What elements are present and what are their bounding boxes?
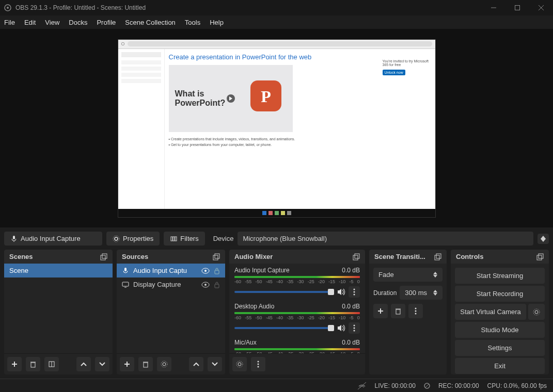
svg-rect-28: [124, 268, 127, 271]
svg-marker-62: [433, 290, 437, 292]
svg-rect-59: [436, 254, 441, 258]
app-logo-icon: [4, 4, 11, 11]
properties-button[interactable]: Properties: [106, 232, 160, 246]
source-up-button[interactable]: [189, 357, 203, 371]
eye-icon[interactable]: [201, 282, 210, 288]
sources-list[interactable]: Audio Input Captu Display Capture: [117, 264, 225, 353]
scene-item[interactable]: Scene: [4, 264, 113, 277]
remove-transition-button[interactable]: [391, 304, 405, 318]
lock-icon[interactable]: [214, 281, 220, 288]
scenes-title: Scenes: [9, 253, 33, 260]
svg-rect-44: [355, 254, 359, 258]
svg-point-51: [354, 328, 355, 329]
svg-point-35: [204, 284, 207, 286]
svg-marker-17: [541, 239, 546, 242]
device-stepper[interactable]: [538, 234, 549, 244]
menu-docks[interactable]: Docks: [69, 19, 87, 26]
mixer-gear-button[interactable]: [232, 357, 247, 371]
speaker-icon[interactable]: [337, 324, 345, 332]
volume-slider[interactable]: [234, 291, 334, 293]
svg-point-70: [415, 313, 417, 315]
source-item[interactable]: Audio Input Captu: [117, 264, 225, 277]
menu-profile[interactable]: Profile: [97, 19, 116, 26]
source-properties-button[interactable]: [157, 357, 171, 371]
svg-point-50: [354, 325, 355, 326]
menu-scene-collection[interactable]: Scene Collection: [125, 19, 176, 26]
svg-point-48: [354, 294, 355, 296]
channel-name: Audio Input Capture: [234, 267, 290, 274]
popout-icon[interactable]: [213, 253, 220, 260]
preview-content: Create a presentation in PowerPoint for …: [118, 39, 436, 218]
scenes-list[interactable]: Scene: [4, 264, 113, 353]
maximize-button[interactable]: [505, 0, 529, 15]
preview-area[interactable]: Create a presentation in PowerPoint for …: [0, 29, 553, 227]
menu-file[interactable]: File: [4, 19, 15, 26]
svg-point-12: [113, 236, 119, 242]
record-icon: [424, 383, 430, 389]
svg-rect-32: [122, 282, 129, 286]
svg-rect-27: [215, 254, 219, 258]
statusbar: LIVE: 00:00:00 REC: 00:00:00 CPU: 0.0%, …: [0, 379, 553, 392]
channel-menu-button[interactable]: [349, 322, 360, 334]
svg-point-73: [535, 311, 538, 314]
add-scene-button[interactable]: [7, 357, 22, 371]
menu-view[interactable]: View: [45, 19, 59, 26]
titlebar: OBS 29.1.3 - Profile: Untitled - Scenes:…: [0, 0, 553, 15]
svg-rect-18: [101, 255, 105, 260]
speaker-icon[interactable]: [337, 288, 345, 296]
menu-edit[interactable]: Edit: [24, 19, 36, 26]
channel-name: Mic/Aux: [234, 339, 257, 346]
exit-button[interactable]: Exit: [455, 358, 545, 374]
svg-point-56: [258, 364, 259, 365]
start-streaming-button[interactable]: Start Streaming: [455, 268, 545, 284]
minimize-button[interactable]: [482, 0, 505, 15]
display-icon: [122, 281, 129, 288]
channel-level: 0.0 dB: [342, 303, 360, 310]
mixer-menu-button[interactable]: [251, 357, 265, 371]
channel-level: 0.0 dB: [342, 339, 360, 346]
preview-side-title: You're invited to try Microsoft 365 for …: [383, 59, 431, 67]
virtual-camera-settings-button[interactable]: [528, 304, 545, 320]
close-button[interactable]: [529, 0, 553, 15]
settings-button[interactable]: Settings: [455, 340, 545, 356]
menu-help[interactable]: Help: [210, 19, 224, 26]
add-transition-button[interactable]: [373, 304, 388, 318]
popout-icon[interactable]: [100, 253, 107, 260]
popout-icon[interactable]: [353, 253, 360, 260]
studio-mode-button[interactable]: Studio Mode: [455, 322, 545, 338]
menu-tools[interactable]: Tools: [185, 19, 200, 26]
mic-icon: [122, 267, 129, 274]
scene-up-button[interactable]: [76, 357, 91, 371]
level-ticks: -60-55-50-45-40-35-30-25-20-15-10-50: [234, 315, 360, 320]
duration-input[interactable]: 300 ms: [400, 286, 443, 300]
svg-rect-9: [13, 236, 15, 239]
start-virtual-camera-button[interactable]: Start Virtual Camera: [455, 304, 526, 320]
transition-select[interactable]: Fade: [373, 268, 443, 282]
svg-rect-39: [144, 363, 148, 367]
volume-slider[interactable]: [234, 327, 334, 329]
remove-source-button[interactable]: [138, 357, 153, 371]
filters-button[interactable]: Filters: [164, 232, 204, 246]
lock-icon[interactable]: [214, 267, 220, 274]
level-meter: [234, 312, 360, 314]
source-down-button[interactable]: [208, 357, 222, 371]
transition-menu-button[interactable]: [408, 304, 423, 318]
svg-point-42: [161, 361, 167, 367]
svg-rect-43: [353, 255, 358, 260]
network-icon: [358, 382, 366, 389]
svg-point-69: [415, 311, 417, 312]
channel-menu-button[interactable]: [349, 286, 360, 298]
controls-panel: Controls Start Streaming Start Recording…: [451, 250, 549, 374]
svg-point-30: [204, 270, 207, 272]
popout-icon[interactable]: [536, 253, 544, 260]
device-select[interactable]: Microphone (Blue Snowball): [238, 232, 533, 246]
svg-point-68: [415, 308, 417, 309]
popout-icon[interactable]: [434, 253, 441, 260]
remove-scene-button[interactable]: [26, 357, 40, 371]
scene-filters-button[interactable]: [44, 357, 59, 371]
start-recording-button[interactable]: Start Recording: [455, 286, 545, 302]
eye-icon[interactable]: [201, 268, 210, 274]
scene-down-button[interactable]: [95, 357, 109, 371]
source-item[interactable]: Display Capture: [117, 277, 225, 291]
add-source-button[interactable]: [120, 357, 134, 371]
